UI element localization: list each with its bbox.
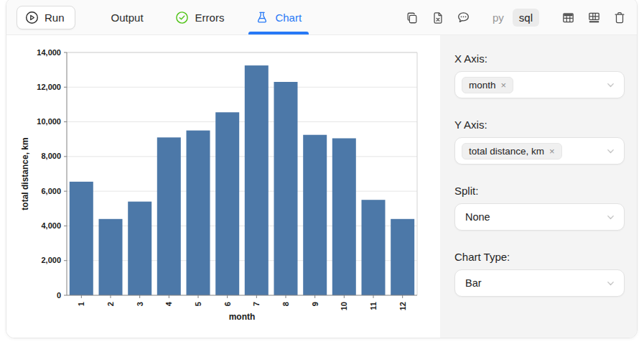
x-axis-select[interactable]: month × bbox=[454, 71, 625, 98]
y-axis-tag-remove-icon[interactable]: × bbox=[549, 146, 555, 157]
y-axis-tag-label: total distance, km bbox=[469, 146, 544, 157]
split-value: None bbox=[462, 211, 490, 223]
flask-icon bbox=[256, 11, 269, 24]
run-button-label: Run bbox=[45, 11, 65, 24]
file-export-icon[interactable] bbox=[431, 11, 445, 25]
chart-region: 02,0004,0006,0008,00010,00012,00014,0001… bbox=[6, 35, 440, 338]
svg-text:0: 0 bbox=[57, 291, 61, 300]
svg-text:10: 10 bbox=[340, 302, 348, 310]
x-axis-label: X Axis: bbox=[454, 52, 625, 65]
toolbar-right: py sql bbox=[393, 9, 627, 27]
y-axis-tag: total distance, km × bbox=[462, 143, 562, 159]
svg-text:4,000: 4,000 bbox=[41, 221, 61, 230]
chevron-down-icon bbox=[606, 147, 615, 156]
split-select[interactable]: None bbox=[454, 203, 625, 231]
chart-type-value: Bar bbox=[462, 277, 482, 289]
content-row: 02,0004,0006,0008,00010,00012,00014,0001… bbox=[6, 35, 637, 338]
play-circle-icon bbox=[25, 11, 39, 24]
run-button[interactable]: Run bbox=[17, 6, 75, 29]
chevron-down-icon bbox=[606, 213, 615, 222]
lang-python-toggle[interactable]: py bbox=[487, 9, 510, 27]
chevron-down-icon bbox=[606, 80, 615, 90]
x-axis-tag: month × bbox=[462, 77, 513, 93]
active-tab-underline bbox=[248, 32, 309, 34]
svg-text:10,000: 10,000 bbox=[37, 117, 61, 126]
tab-output[interactable]: Output bbox=[104, 1, 151, 34]
svg-text:9: 9 bbox=[311, 302, 319, 306]
y-axis-select[interactable]: total distance, km × bbox=[454, 137, 625, 165]
bar-chart: 02,0004,0006,0008,00010,00012,00014,0001… bbox=[6, 35, 440, 338]
y-axis-label: Y Axis: bbox=[454, 119, 625, 131]
svg-text:total distance, km: total distance, km bbox=[20, 137, 30, 210]
check-circle-icon bbox=[175, 11, 189, 24]
tab-errors-label: Errors bbox=[195, 11, 225, 24]
x-axis-tag-label: month bbox=[469, 80, 496, 91]
chevron-down-icon bbox=[606, 279, 615, 288]
table-tools bbox=[549, 11, 627, 25]
x-axis-tag-remove-icon[interactable]: × bbox=[501, 80, 507, 91]
svg-text:8: 8 bbox=[281, 302, 290, 306]
copy-icon[interactable] bbox=[405, 11, 419, 25]
svg-text:4: 4 bbox=[164, 301, 173, 306]
svg-text:6: 6 bbox=[223, 302, 232, 306]
tab-output-label: Output bbox=[111, 11, 144, 24]
svg-text:12,000: 12,000 bbox=[37, 83, 61, 91]
svg-text:12: 12 bbox=[398, 302, 407, 310]
language-toggle: py sql bbox=[487, 9, 539, 27]
svg-text:2: 2 bbox=[106, 302, 115, 306]
chart-type-select[interactable]: Bar bbox=[454, 269, 625, 297]
lang-sql-toggle[interactable]: sql bbox=[513, 9, 539, 27]
svg-text:month: month bbox=[229, 312, 256, 322]
svg-text:8,000: 8,000 bbox=[41, 152, 61, 160]
table-footer-icon[interactable] bbox=[587, 11, 601, 25]
tab-bar: Output Errors bbox=[95, 1, 318, 34]
svg-text:2,000: 2,000 bbox=[41, 256, 61, 264]
svg-text:11: 11 bbox=[369, 302, 378, 310]
chart-type-label: Chart Type: bbox=[454, 251, 625, 263]
table-icon[interactable] bbox=[561, 11, 575, 25]
svg-text:7: 7 bbox=[252, 302, 261, 306]
trash-icon[interactable] bbox=[612, 11, 627, 25]
tab-chart-label: Chart bbox=[275, 11, 302, 24]
tab-errors[interactable]: Errors bbox=[168, 1, 232, 34]
toolbar: Run Output Errors bbox=[6, 0, 637, 35]
svg-text:6,000: 6,000 bbox=[41, 187, 61, 195]
comment-icon[interactable] bbox=[457, 11, 471, 25]
svg-text:5: 5 bbox=[194, 302, 202, 306]
chart-settings-panel: X Axis: month × Y Axis: total distance, … bbox=[440, 35, 638, 338]
svg-text:3: 3 bbox=[136, 302, 144, 306]
tab-chart[interactable]: Chart bbox=[248, 1, 309, 34]
svg-text:1: 1 bbox=[77, 302, 85, 306]
svg-text:14,000: 14,000 bbox=[37, 48, 61, 57]
split-label: Split: bbox=[454, 185, 625, 197]
editor-card: Run Output Errors bbox=[6, 0, 638, 338]
